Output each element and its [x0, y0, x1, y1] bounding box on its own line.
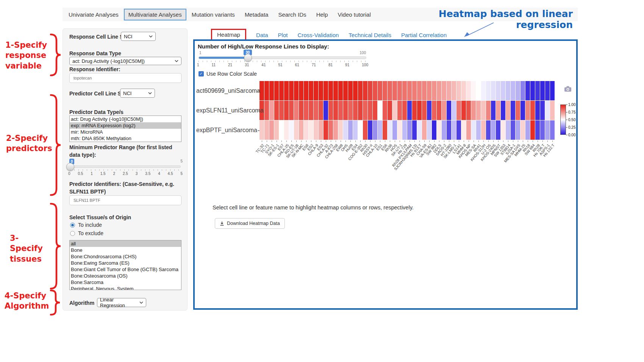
tab-label: Heatmap [217, 31, 240, 38]
chevron-down-icon [149, 35, 153, 37]
heatmap-cell [319, 120, 323, 140]
heatmap-cell [442, 81, 446, 100]
heatmap-cell [314, 120, 318, 140]
heatmap-cell [368, 81, 372, 100]
heatmap-cell [535, 120, 540, 140]
heatmap-cell [402, 81, 407, 100]
response-cell-line-set-select[interactable]: NCI [121, 32, 156, 41]
nav-item-univariate-analyses[interactable]: Univariate Analyses [64, 9, 123, 20]
heatmap-col-tick [508, 140, 508, 142]
response-identifier-input[interactable]: topotecan [69, 73, 181, 83]
tissue-option[interactable]: Bone:Ewing Sarcoma (ES) [70, 260, 181, 266]
heatmap-cell [388, 120, 392, 140]
nav-item-mutation-variants[interactable]: Mutation variants [187, 9, 239, 20]
heatmap-cell [461, 120, 466, 140]
heatmap-cell [309, 101, 313, 120]
heatmap-cell [516, 120, 520, 140]
tissue-include-radio[interactable] [70, 223, 75, 228]
tissue-option[interactable]: Peripheral_Nervous_System [70, 286, 181, 290]
heatmap-cell [486, 101, 491, 120]
tissue-exclude-radio[interactable] [70, 231, 75, 236]
heatmap-row-label[interactable]: act609699_uniSarcoma [196, 87, 257, 95]
annotation-step4: 4-Specify Algorithm [5, 291, 51, 312]
heatmap-cell [338, 120, 343, 140]
lines-slider-tick: 61 [295, 63, 299, 67]
tissue-option[interactable]: Bone:Giant Cell Tumor of Bone (GCTB) Sar… [70, 266, 181, 273]
predictor-data-type-option[interactable]: mir: MicroRNA [70, 129, 181, 135]
heatmap-cell [407, 81, 412, 100]
heatmap-cell [299, 101, 303, 120]
predictor-cell-line-set-select[interactable]: NCI [120, 89, 155, 98]
tab-partial-correlation[interactable]: Partial Correlation [401, 32, 447, 38]
heatmap-row-label[interactable]: expSLFN11_uniSarcoma [196, 107, 257, 114]
heatmap-cell [452, 120, 456, 140]
heatmap-cell [328, 101, 333, 120]
heatmap-row-tick [258, 111, 259, 111]
heatmap-cell [452, 101, 456, 120]
tissue-option[interactable]: Bone:Chondrosarcoma (CHS) [70, 253, 181, 260]
heatmap-col-tick [272, 140, 272, 142]
predictor-data-type-option[interactable]: act: Drug Activity (-log10[IC50M]) [70, 116, 181, 122]
slider-minor-ticks [70, 169, 181, 171]
heatmap-cell [397, 101, 402, 120]
heatmap-cell [530, 81, 535, 100]
heatmap-col-tick [336, 140, 336, 142]
legend-tick-mark [566, 105, 567, 105]
nav-item-multivariate-analyses[interactable]: Multivariate Analyses [124, 9, 186, 20]
tissue-exclude-radio-label: To exclude [78, 230, 103, 236]
nav-item-video-tutorial[interactable]: Video tutorial [333, 9, 375, 20]
heatmap-cell [264, 120, 269, 140]
heatmap-col-tick [286, 140, 287, 142]
response-data-type-select[interactable]: act: Drug Activity (-log10[IC50M]) [69, 57, 181, 65]
tissue-option[interactable]: all [70, 240, 181, 247]
predictor-identifiers-input[interactable]: SLFN11 BPTF [69, 195, 181, 205]
heatmap-cell [521, 81, 525, 100]
heatmap-col-tick [345, 140, 346, 142]
heatmap-cell [304, 81, 308, 100]
nav-item-search-ids[interactable]: Search IDs [274, 9, 311, 20]
lines-slider-track[interactable] [199, 56, 366, 59]
predictor-data-types-listbox[interactable]: act: Drug Activity (-log10[IC50M])exp: m… [69, 115, 181, 142]
heatmap-cell [427, 120, 431, 140]
heatmap-cell [378, 81, 382, 100]
heatmap-col-tick [277, 140, 277, 142]
nav-item-metadata[interactable]: Metadata [240, 9, 273, 20]
heatmap-cell [447, 81, 451, 100]
heatmap-cell [407, 101, 412, 120]
heatmap-cell [383, 101, 387, 120]
lines-slider-tick: 31 [245, 63, 249, 67]
tab-technical-details[interactable]: Technical Details [349, 32, 391, 38]
heatmap-cell [378, 120, 382, 140]
heatmap-cell [279, 81, 284, 100]
tab-cross-validation[interactable]: Cross-Validation [297, 32, 339, 38]
heatmap-cell [274, 120, 279, 140]
nav-item-help[interactable]: Help [312, 9, 333, 20]
legend-tick-mark [566, 120, 567, 120]
heatmap-cell [476, 101, 481, 120]
min-predictor-range-label: Minimum Predictor Range (for first liste… [69, 144, 180, 159]
heatmap-col-tick [449, 140, 449, 142]
tissue-option[interactable]: Bone [70, 247, 181, 253]
lines-slider-tick: 1 [197, 63, 199, 67]
predictor-data-type-option[interactable]: exp: mRNA Expression (log2) [70, 122, 181, 129]
heatmap-cell [481, 81, 486, 100]
slider-fill [199, 57, 248, 59]
min-predictor-range-slider-track[interactable] [70, 165, 181, 168]
download-heatmap-data-button[interactable]: Download Heatmap Data [215, 218, 285, 229]
annotation-arrow [453, 21, 496, 39]
row-color-scale-checkbox[interactable]: ✓ [199, 71, 204, 76]
heatmap-cell [353, 120, 358, 140]
algorithm-select[interactable]: Linear Regression [97, 298, 146, 307]
tab-plot[interactable]: Plot [278, 32, 288, 38]
tissue-option[interactable]: Bone:Sarcoma [70, 279, 181, 286]
heatmap-row-label[interactable]: expBPTF_uniSarcoma [196, 126, 257, 134]
tissue-option[interactable]: Bone:Osteosarcoma (OS) [70, 273, 181, 279]
tab-data[interactable]: Data [256, 32, 268, 38]
heatmap-cell [476, 120, 481, 140]
predictor-data-type-option[interactable]: mth: DNA 850K Methylation [70, 135, 181, 142]
heatmap-cell [407, 120, 412, 140]
heatmap-cell [333, 81, 338, 100]
camera-download-plot-icon[interactable] [564, 86, 572, 92]
heatmap-cell [521, 101, 525, 120]
tissue-origin-listbox[interactable]: allBoneBone:Chondrosarcoma (CHS)Bone:Ewi… [69, 240, 181, 290]
